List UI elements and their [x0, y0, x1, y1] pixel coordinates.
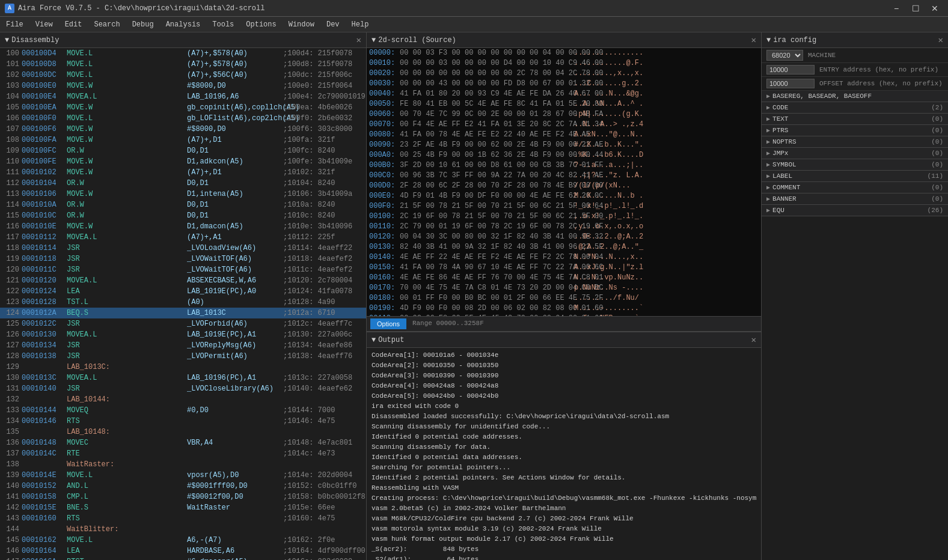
disasm-row[interactable]: 139 0001014E MOVE.L vposr(A5),D0 ;1014e:… — [0, 470, 366, 481]
disasm-row[interactable]: 104 000100E4 MOVEA.L LAB_10196,A6 ;100e4… — [0, 91, 366, 102]
disasm-row[interactable]: 119 00010118 JSR _LVOWaitTOF(A6) ;10118:… — [0, 254, 366, 264]
disasm-row[interactable]: 126 00010130 MOVEA.L LAB_1019E(PC),A1 ;1… — [0, 329, 366, 340]
disasm-row[interactable]: 105 000100EA MOVE.W gb_copinit(A6),copll… — [0, 102, 366, 113]
disasm-row[interactable]: 133 00010144 MOVEQ #0,D0 ;10144: 7000 — [0, 405, 366, 416]
output-content[interactable]: CodeArea[1]: 000101a6 - 0001034eCodeArea… — [367, 348, 761, 560]
disasm-row[interactable]: 134 00010146 RTS ;10146: 4e75 — [0, 416, 366, 427]
menu-item-options[interactable]: Options — [240, 18, 282, 31]
disasm-row[interactable]: 145 00010162 MOVE.L A6,-(A7) ;10162: 2f0… — [0, 535, 366, 546]
menu-item-tools[interactable]: Tools — [206, 18, 240, 31]
disasm-mnemonic: JSR — [67, 318, 187, 329]
ira-section-ptrs[interactable]: ▶ PTRS (0) — [762, 125, 948, 136]
ira-entry-input[interactable] — [766, 65, 815, 75]
ira-section-banner[interactable]: ▶ BANNER (0) — [762, 193, 948, 205]
menu-item-search[interactable]: Search — [88, 18, 126, 31]
disasm-row[interactable]: 140 00010152 AND.L #$0001fff00,D0 ;10152… — [0, 481, 366, 492]
disasm-row[interactable]: 117 00010112 MOVEA.L (A7)+,A1 ;10112: 22… — [0, 232, 366, 243]
disasm-row[interactable]: 144 WaitBlitter: — [0, 524, 366, 535]
menu-item-dev[interactable]: Dev — [320, 18, 346, 31]
disasm-row[interactable]: 102 000100DC MOVE.L (A7)+,$56C(A0) ;100d… — [0, 70, 366, 81]
disasm-row[interactable]: 108 000100FA MOVE.W (A7)+,D1 ;100fa: 321… — [0, 135, 366, 145]
menu-item-analysis[interactable]: Analysis — [160, 18, 207, 31]
disasm-row[interactable]: 109 000100FC OR.W D0,D1 ;100fc: 8240 — [0, 145, 366, 156]
disasm-row[interactable]: 121 00010120 MOVEA.L ABSEXECBASE,W,A6 ;1… — [0, 275, 366, 286]
disasm-row[interactable]: 112 00010104 OR.W D0,D1 ;10104: 8240 — [0, 178, 366, 189]
disasm-row[interactable]: 111 00010102 MOVE.W (A7)+,D1 ;10102: 321… — [0, 167, 366, 178]
source-addr: 00150: — [367, 263, 400, 273]
ira-section-text[interactable]: ▶ TEXT (0) — [762, 114, 948, 125]
disasm-row[interactable]: 106 000100F0 MOVE.L gb_LOFlist(A6),cop2l… — [0, 113, 366, 124]
output-line: vasm M68k/CPU32/ColdFire cpu backend 2.7… — [372, 514, 756, 524]
disasm-comment: ;100f6: 303c8000 — [283, 124, 364, 135]
menu-item-debug[interactable]: Debug — [126, 18, 160, 31]
disasm-row[interactable]: 142 0001015E BNE.S WaitRaster ;1015e: 66… — [0, 502, 366, 513]
disassembly-content[interactable]: 100 000100D4 MOVE.L (A7)+,$578(A0) ;100d… — [0, 48, 366, 560]
disasm-row[interactable]: 100 000100D4 MOVE.L (A7)+,$578(A0) ;100d… — [0, 48, 366, 59]
disasm-row[interactable]: 143 00010160 RTS ;10160: 4e75 — [0, 513, 366, 524]
source-addr: 000B0: — [367, 160, 400, 171]
disasm-row[interactable]: 110 000100FE MOVE.W D1,adkcon(A5) ;100fe… — [0, 156, 366, 167]
disasm-row[interactable]: 146 00010164 LEA HARDBASE,A6 ;10164: 4df… — [0, 546, 366, 556]
disasm-row[interactable]: 147 0001016A BTST #6,dmaconr(A5) ;1016a:… — [0, 556, 366, 560]
disasm-row[interactable]: 120 0001011C JSR _LVOWaitTOF(A6) ;1011c:… — [0, 264, 366, 275]
disasm-row[interactable]: 101 000100D8 MOVE.L (A7)+,$578(A0) ;100d… — [0, 59, 366, 70]
disassembly-close[interactable]: ✕ — [356, 35, 361, 45]
ira-section-noptrs[interactable]: ▶ NOPTRS (0) — [762, 136, 948, 148]
source-ascii: ,y...o.x,.o.x,.o — [574, 222, 761, 232]
source-row: 00060: 00 70 4E 7C 99 0C 00 2E 00 00 01 … — [367, 109, 761, 120]
disasm-row[interactable]: 113 00010106 MOVE.W D1,intena(A5) ;10106… — [0, 189, 366, 199]
minimize-button[interactable]: − — [888, 2, 905, 14]
disasm-row[interactable]: 122 00010124 LEA LAB_1019E(PC),A0 ;10124… — [0, 286, 366, 297]
disasm-operand: WaitRaster — [187, 502, 283, 513]
disasm-row[interactable]: 116 0001010E MOVE.W D1,dmacon(A5) ;1010e… — [0, 221, 366, 232]
disasm-row[interactable]: 129 LAB_1013C: — [0, 362, 366, 373]
disasm-row[interactable]: 118 00010114 JSR _LVOLoadView(A6) ;10114… — [0, 243, 366, 254]
disasm-row[interactable]: 115 0001010C OR.W D0,D1 ;1010c: 8240 — [0, 210, 366, 221]
disasm-addr: 000100D8 — [22, 59, 67, 70]
source-hex-area[interactable]: 00000: 00 00 03 F3 00 00 00 00 00 00 00 … — [367, 48, 761, 316]
source-close[interactable]: ✕ — [751, 35, 756, 45]
disasm-row[interactable]: 137 0001014C RTE ;1014c: 4e73 — [0, 448, 366, 459]
expand-icon: ▶ — [766, 104, 770, 111]
disasm-operand: _LVOForbid(A6) — [187, 318, 283, 329]
close-button[interactable]: ✕ — [926, 2, 943, 14]
ira-section-jmpx[interactable]: ▶ JMPx (0) — [762, 148, 948, 159]
disasm-row[interactable]: 136 00010148 MOVEC VBR,A4 ;10148: 4e7ac8… — [0, 437, 366, 448]
menu-item-file[interactable]: File — [0, 18, 29, 31]
ira-section-count: (0) — [931, 127, 943, 134]
disasm-row[interactable]: 125 0001012C JSR _LVOForbid(A6) ;1012c: … — [0, 318, 366, 329]
disasm-row[interactable]: 131 00010140 JSR _LVOCloseLibrary(A6) ;1… — [0, 383, 366, 394]
disasm-row[interactable]: 138 WaitRaster: — [0, 459, 366, 470]
ira-section-symbol[interactable]: ▶ SYMBOL (0) — [762, 159, 948, 171]
ira-close[interactable]: ✕ — [938, 35, 943, 45]
menu-item-edit[interactable]: Edit — [59, 18, 88, 31]
disasm-row[interactable]: 141 00010158 CMP.L #$00012f00,D0 ;10158:… — [0, 492, 366, 502]
ira-section-basereg--baseadr--baseoff[interactable]: ▶ BASEREG, BASEADR, BASEOFF — [762, 91, 948, 102]
disasm-row[interactable]: 107 000100F6 MOVE.W #$8000,D0 ;100f6: 30… — [0, 124, 366, 135]
options-tab[interactable]: Options — [370, 318, 406, 329]
disasm-row[interactable]: 114 0001010A OR.W D0,D1 ;1010a: 8240 — [0, 199, 366, 210]
ira-section-equ[interactable]: ▶ EQU (26) — [762, 205, 948, 216]
ira-offset-input[interactable] — [766, 79, 815, 88]
menu-item-view[interactable]: View — [29, 18, 59, 31]
disasm-row[interactable]: 127 00010134 JSR _LVOReplyMsg(A6) ;10134… — [0, 340, 366, 351]
disasm-row[interactable]: 132 LAB_10144: — [0, 394, 366, 405]
disasm-row[interactable]: 123 00010128 TST.L (A0) ;10128: 4a90 — [0, 297, 366, 308]
disasm-row[interactable]: 124 0001012A BEQ.S LAB_1013C ;1012a: 671… — [0, 308, 366, 318]
ira-machine-select[interactable]: 68020 68000 68010 68030 68040 — [766, 50, 803, 61]
disasm-addr: 000100FE — [22, 156, 67, 167]
disasm-row[interactable]: 130 0001013C MOVEA.L LAB_10196(PC),A1 ;1… — [0, 373, 366, 383]
ira-section-label[interactable]: ▶ LABEL (11) — [762, 171, 948, 182]
disasm-comment: ;100dc: 215f006c — [283, 70, 364, 81]
ira-section-comment[interactable]: ▶ COMMENT (0) — [762, 182, 948, 193]
output-panel: ▼ Output ✕ CodeArea[1]: 000101a6 - 00010… — [367, 332, 761, 560]
maximize-button[interactable]: ☐ — [907, 2, 924, 14]
disasm-row[interactable]: 103 000100E0 MOVE.W #$8000,D0 ;100e0: 21… — [0, 81, 366, 91]
disasm-row[interactable]: 135 LAB_10148: — [0, 427, 366, 437]
menu-item-help[interactable]: Help — [346, 18, 375, 31]
output-close[interactable]: ✕ — [751, 335, 756, 345]
disasm-row[interactable]: 128 00010138 JSR _LVOPermit(A6) ;10138: … — [0, 351, 366, 362]
disasm-addr — [22, 459, 67, 470]
menu-item-window[interactable]: Window — [283, 18, 320, 31]
ira-section-code[interactable]: ▶ CODE (2) — [762, 102, 948, 114]
